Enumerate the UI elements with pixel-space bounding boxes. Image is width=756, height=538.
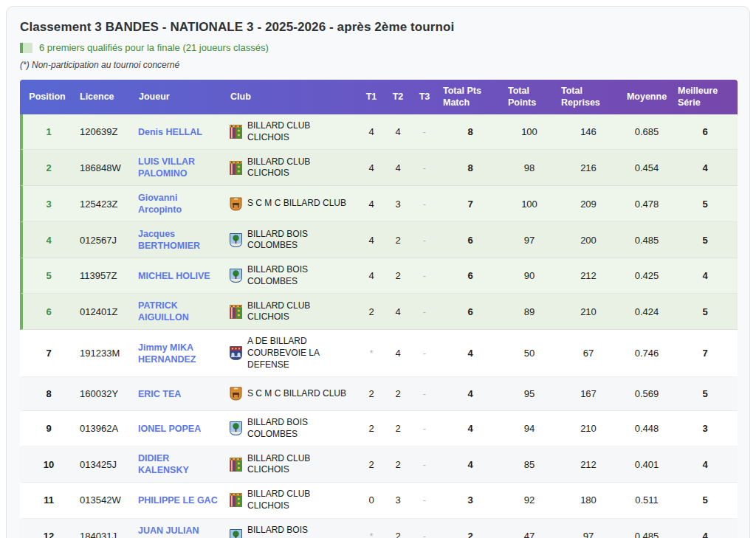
player-name-link[interactable]: IONEL POPEA <box>138 423 201 435</box>
player-cell: Jimmy MIKA HERNANDEZ <box>134 330 225 377</box>
meilleure-serie-cell: 4 <box>673 446 738 483</box>
t2-cell: 2 <box>385 222 411 258</box>
total-reprises-cell: 180 <box>556 483 621 518</box>
col-header-meilleure-serie: Meilleure Série <box>673 80 738 114</box>
clichois-club-crest-icon <box>230 125 242 139</box>
t1-cell: 4 <box>358 114 385 150</box>
col-header-position: Position <box>20 80 75 114</box>
player-cell: LUIS VILLAR PALOMINO <box>134 150 225 186</box>
t3-cell: - <box>411 446 438 483</box>
col-header-moyenne: Moyenne <box>621 80 673 114</box>
t3-cell: - <box>411 222 438 258</box>
player-name-link[interactable]: ERIC TEA <box>138 388 181 400</box>
total-pts-match-cell: 4 <box>438 330 503 377</box>
player-name-link[interactable]: Jacques BERTHOMIER <box>138 228 221 252</box>
t2-cell: 4 <box>385 294 411 330</box>
club-cell: BILLARD BOIS COLOMBES <box>225 222 358 258</box>
player-name-link[interactable]: PHILIPPE LE GAC <box>138 494 218 506</box>
club-name: BILLARD CLUB CLICHOIS <box>247 156 354 179</box>
player-name-link[interactable]: DIDIER KALENSKY <box>138 452 221 476</box>
total-points-cell: 90 <box>503 258 556 294</box>
club-name: BILLARD BOIS COLOMBES <box>247 264 354 287</box>
position-cell: 2 <box>20 150 75 186</box>
table-header-row: Position Licence Joueur Club T1 T2 T3 To… <box>20 80 738 114</box>
club-name: BILLARD CLUB CLICHOIS <box>247 453 354 476</box>
t2-cell: 3 <box>385 186 411 222</box>
scmc-club-crest-icon <box>230 387 242 401</box>
position-cell: 8 <box>20 377 75 411</box>
licence-cell: 186848W <box>75 150 134 186</box>
club-cell: BILLARD CLUB CLICHOIS <box>225 483 358 518</box>
moyenne-cell: 0.746 <box>621 330 673 377</box>
qualified-legend-swatch-icon <box>20 43 32 53</box>
total-reprises-cell: 97 <box>556 519 621 538</box>
licence-cell: 184031J <box>75 519 134 538</box>
col-header-licence: Licence <box>75 80 134 114</box>
table-row: 8 160032Y ERIC TEA S C M C BILLARD CLUB … <box>20 377 738 411</box>
table-row: 2 186848W LUIS VILLAR PALOMINO BILLARD C… <box>20 150 738 186</box>
t3-cell: - <box>411 114 438 150</box>
t2-cell: 4 <box>385 150 411 186</box>
licence-cell: 191233M <box>75 330 134 377</box>
player-name-link[interactable]: MICHEL HOLIVE <box>138 270 210 282</box>
table-row: 12 184031J JUAN JULIAN RODRIGUEZ BILLARD… <box>20 519 738 538</box>
total-points-cell: 85 <box>503 446 556 483</box>
t1-cell: 4 <box>358 186 385 222</box>
club-cell: BILLARD BOIS COLOMBES <box>225 519 358 538</box>
total-reprises-cell: 212 <box>556 258 621 294</box>
player-name-link[interactable]: Jimmy MIKA HERNANDEZ <box>138 342 221 365</box>
total-pts-match-cell: 4 <box>438 411 503 446</box>
club-name: BILLARD CLUB CLICHOIS <box>247 489 354 511</box>
t1-cell: 2 <box>358 294 385 330</box>
player-name-link[interactable]: PATRICK AIGUILLON <box>138 300 221 323</box>
t3-cell: - <box>411 330 438 377</box>
player-name-link[interactable]: Denis HELLAL <box>138 126 202 138</box>
table-row: 11 013542W PHILIPPE LE GAC BILLARD CLUB … <box>20 483 738 518</box>
t2-cell: 2 <box>385 258 411 294</box>
col-header-club: Club <box>225 80 358 114</box>
licence-cell: 012401Z <box>75 294 134 330</box>
total-reprises-cell: 209 <box>556 186 621 222</box>
total-points-cell: 95 <box>503 377 556 411</box>
player-name-link[interactable]: Giovanni Arcopinto <box>138 192 221 215</box>
club-name: S C M C BILLARD CLUB <box>247 388 346 400</box>
player-name-link[interactable]: JUAN JULIAN RODRIGUEZ <box>138 525 221 538</box>
table-body: 1 120639Z Denis HELLAL BILLARD CLUB CLIC… <box>20 114 738 538</box>
t1-cell: 4 <box>358 258 385 294</box>
club-cell: S C M C BILLARD CLUB <box>225 186 358 222</box>
moyenne-cell: 0.448 <box>621 411 673 446</box>
meilleure-serie-cell: 4 <box>673 258 738 294</box>
table-row: 1 120639Z Denis HELLAL BILLARD CLUB CLIC… <box>20 114 738 150</box>
meilleure-serie-cell: 5 <box>673 483 738 518</box>
scmc-club-crest-icon <box>230 197 242 211</box>
t2-cell: 2 <box>385 377 411 411</box>
total-pts-match-cell: 2 <box>438 519 503 538</box>
meilleure-serie-cell: 4 <box>673 519 738 538</box>
t2-cell: 2 <box>385 446 411 483</box>
licence-cell: 160032Y <box>75 377 134 411</box>
total-pts-match-cell: 4 <box>438 377 503 411</box>
t1-cell: 2 <box>358 446 385 483</box>
club-name: S C M C BILLARD CLUB <box>247 198 346 210</box>
total-reprises-cell: 200 <box>556 222 621 258</box>
licence-cell: 013425J <box>75 446 134 483</box>
clichois-club-crest-icon <box>230 161 242 175</box>
table-row: 7 191233M Jimmy MIKA HERNANDEZ A DE BILL… <box>20 330 738 377</box>
table-row: 6 012401Z PATRICK AIGUILLON BILLARD CLUB… <box>20 294 738 330</box>
meilleure-serie-cell: 6 <box>673 114 738 150</box>
moyenne-cell: 0.401 <box>621 446 673 483</box>
bois-colombes-club-crest-icon <box>230 529 242 538</box>
player-name-link[interactable]: LUIS VILLAR PALOMINO <box>138 156 221 179</box>
club-cell: BILLARD CLUB CLICHOIS <box>225 150 358 186</box>
position-cell: 12 <box>20 519 75 538</box>
club-cell: A DE BILLARD COURBEVOIE LA DEFENSE <box>225 330 358 377</box>
clichois-club-crest-icon <box>230 458 242 472</box>
t3-cell: - <box>411 411 438 446</box>
non-participation-note: (*) Non-participation au tournoi concern… <box>20 60 736 70</box>
col-header-joueur: Joueur <box>134 80 225 114</box>
total-pts-match-cell: 7 <box>438 186 503 222</box>
position-cell: 6 <box>20 294 75 330</box>
player-cell: MICHEL HOLIVE <box>134 258 225 294</box>
player-cell: DIDIER KALENSKY <box>134 446 225 483</box>
t1-cell: 2 <box>358 411 385 446</box>
